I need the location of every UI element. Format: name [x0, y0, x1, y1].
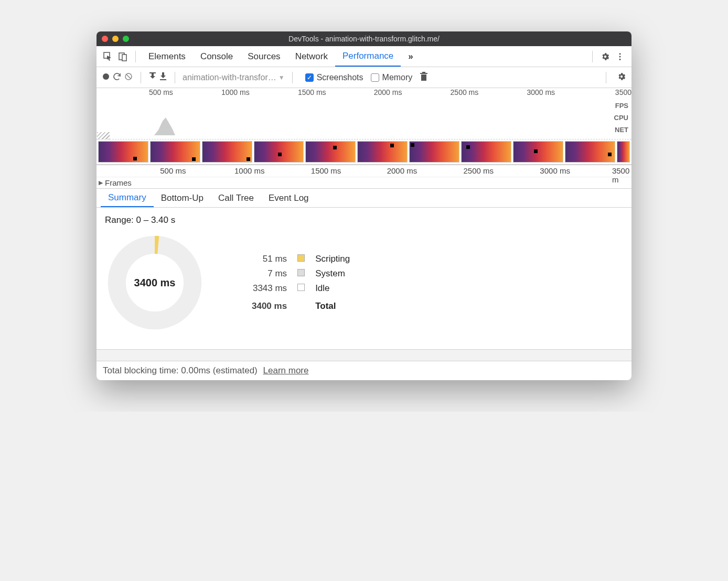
- legend-value: 7 ms: [247, 266, 292, 281]
- screenshot-thumb[interactable]: [617, 141, 630, 163]
- lane-label-net: NET: [615, 126, 628, 134]
- screenshot-thumb[interactable]: [254, 141, 304, 163]
- subtab-summary[interactable]: Summary: [101, 189, 154, 207]
- ruler-tick: 1000 ms: [234, 166, 265, 175]
- footer-bar: Total blocking time: 0.00ms (estimated) …: [97, 361, 631, 380]
- screenshots-checkbox[interactable]: ✓ Screenshots: [305, 73, 363, 82]
- screenshot-thumb[interactable]: [565, 141, 615, 163]
- subtab-event-log[interactable]: Event Log: [261, 189, 316, 207]
- legend-row-system: 7 ms System: [247, 266, 355, 281]
- clear-button[interactable]: [124, 72, 133, 83]
- screenshot-thumb[interactable]: [305, 141, 356, 163]
- net-baseline: [97, 139, 631, 139]
- summary-panel: Range: 0 – 3.40 s 3400 ms 51 ms Scriptin…: [97, 208, 631, 349]
- kebab-menu-icon[interactable]: [613, 49, 627, 64]
- time-donut-chart: 3400 ms: [105, 233, 205, 332]
- summary-legend: 51 ms Scripting 7 ms System 3343 ms Idle…: [247, 252, 355, 314]
- disclosure-triangle-icon: ▶: [99, 179, 103, 186]
- legend-value: 3343 ms: [247, 281, 292, 296]
- save-profile-button[interactable]: [159, 72, 167, 83]
- legend-row-idle: 3343 ms Idle: [247, 281, 355, 296]
- tab-sources[interactable]: Sources: [240, 46, 287, 67]
- cpu-activity-graph: [154, 117, 175, 135]
- svg-point-4: [619, 56, 621, 57]
- profile-select-label: animation-with-transfor…: [183, 73, 276, 82]
- learn-more-link[interactable]: Learn more: [263, 365, 309, 375]
- subtab-call-tree[interactable]: Call Tree: [211, 189, 261, 207]
- ruler-tick: 2500 ms: [451, 88, 479, 96]
- screenshot-thumb[interactable]: [409, 141, 459, 163]
- tab-network[interactable]: Network: [288, 46, 335, 67]
- svg-rect-12: [422, 72, 425, 73]
- divider-strip: [97, 349, 631, 361]
- ruler-tick: 3500: [615, 88, 631, 96]
- legend-row-scripting: 51 ms Scripting: [247, 252, 355, 266]
- settings-icon[interactable]: [598, 49, 613, 64]
- trash-icon[interactable]: [420, 72, 428, 83]
- tab-elements[interactable]: Elements: [141, 46, 193, 67]
- overview-ruler: 500 ms 1000 ms 1500 ms 2000 ms 2500 ms 3…: [97, 88, 631, 100]
- ruler-tick: 2500 ms: [463, 166, 494, 175]
- legend-label: Idle: [310, 281, 355, 296]
- capture-settings-icon[interactable]: [617, 72, 626, 83]
- svg-point-6: [103, 73, 109, 80]
- swatch-icon: [297, 284, 305, 291]
- svg-point-5: [619, 58, 621, 60]
- blocking-time-label: Total blocking time: 0.00ms (estimated): [103, 365, 258, 375]
- devtools-window: DevTools - animation-with-transform.glit…: [97, 31, 631, 380]
- perf-toolbar: animation-with-transfor… ▼ ✓ Screenshots…: [97, 67, 631, 88]
- svg-rect-2: [122, 55, 126, 61]
- svg-rect-10: [421, 74, 426, 81]
- ruler-tick: 1500 ms: [311, 166, 341, 175]
- legend-row-total: 3400 ms Total: [247, 296, 355, 314]
- range-label: Range: 0 – 3.40 s: [105, 215, 623, 225]
- lane-label-cpu: CPU: [614, 114, 628, 122]
- flamechart-ruler: 500 ms 1000 ms 1500 ms 2000 ms 2500 ms 3…: [97, 165, 631, 177]
- reload-button[interactable]: [112, 72, 122, 83]
- screenshots-label: Screenshots: [317, 73, 363, 82]
- screenshot-thumb[interactable]: [461, 141, 511, 163]
- screenshot-thumb[interactable]: [513, 141, 563, 163]
- swatch-icon: [297, 269, 305, 276]
- ruler-tick: 3000 ms: [527, 88, 555, 96]
- legend-value: 51 ms: [247, 252, 292, 266]
- tabs-overflow[interactable]: »: [401, 46, 420, 67]
- legend-total-label: Total: [310, 296, 355, 314]
- checkbox-icon: [371, 73, 379, 82]
- memory-checkbox[interactable]: Memory: [371, 73, 413, 82]
- screenshot-thumb[interactable]: [202, 141, 252, 163]
- screenshot-thumb[interactable]: [98, 141, 148, 163]
- lane-label-fps: FPS: [615, 102, 628, 110]
- record-button[interactable]: [102, 72, 110, 83]
- profile-select[interactable]: animation-with-transfor… ▼: [183, 73, 285, 82]
- device-toggle-icon[interactable]: [115, 49, 130, 64]
- subtab-bottom-up[interactable]: Bottom-Up: [154, 189, 211, 207]
- checkbox-icon: ✓: [305, 73, 314, 82]
- tab-console[interactable]: Console: [193, 46, 240, 67]
- ruler-tick: 3500 m: [612, 166, 629, 184]
- legend-total-value: 3400 ms: [247, 296, 292, 314]
- flamechart-panel[interactable]: 500 ms 1000 ms 1500 ms 2000 ms 2500 ms 3…: [97, 165, 631, 189]
- inspect-element-icon[interactable]: [101, 49, 115, 64]
- screenshot-strip: [97, 139, 631, 165]
- overview-panel[interactable]: 500 ms 1000 ms 1500 ms 2000 ms 2500 ms 3…: [97, 88, 631, 165]
- ruler-tick: 1000 ms: [221, 88, 250, 96]
- ruler-tick: 3000 ms: [540, 166, 570, 175]
- screenshot-thumb[interactable]: [357, 141, 408, 163]
- details-tabs: Summary Bottom-Up Call Tree Event Log: [97, 189, 631, 208]
- net-activity-hatch: [97, 132, 110, 139]
- svg-rect-11: [420, 73, 427, 74]
- ruler-tick: 2000 ms: [387, 166, 417, 175]
- top-tabs: Elements Console Sources Network Perform…: [97, 46, 631, 67]
- legend-label: Scripting: [310, 252, 355, 266]
- frames-label: Frames: [105, 178, 132, 187]
- ruler-tick: 2000 ms: [374, 88, 402, 96]
- legend-label: System: [310, 266, 355, 281]
- ruler-tick: 500 ms: [149, 88, 173, 96]
- svg-point-3: [619, 53, 621, 55]
- load-profile-button[interactable]: [148, 72, 157, 83]
- frames-row[interactable]: ▶ Frames: [97, 177, 631, 188]
- tab-performance[interactable]: Performance: [335, 46, 401, 67]
- ruler-tick: 500 ms: [160, 166, 186, 175]
- screenshot-thumb[interactable]: [150, 141, 200, 163]
